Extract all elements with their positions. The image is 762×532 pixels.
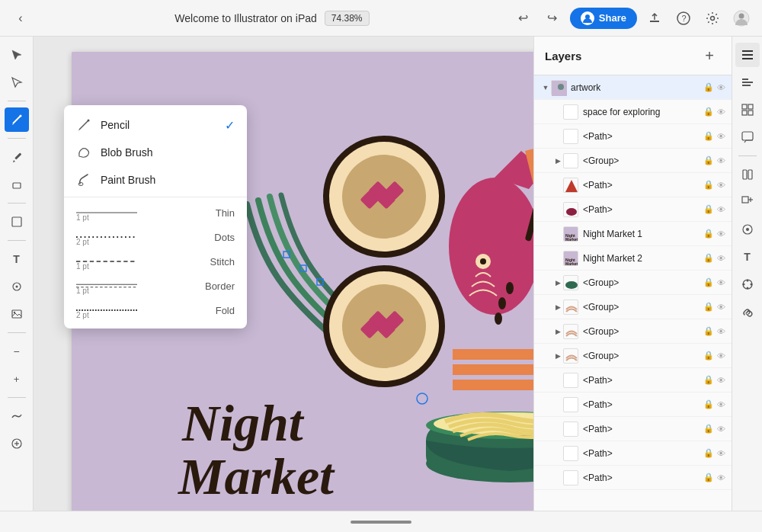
layer-eye-icon[interactable]: 👁 (717, 303, 725, 312)
layer-lock-icon[interactable]: 🔒 (703, 424, 714, 434)
transform-tool-button[interactable] (5, 274, 29, 299)
text-styles-panel-button[interactable]: T (735, 245, 760, 269)
help-button[interactable]: ? (672, 7, 695, 30)
layer-row[interactable]: <Path> 🔒 👁 (534, 197, 732, 222)
layer-expand-icon[interactable]: ▶ (552, 351, 563, 361)
layer-expand-icon[interactable]: ▼ (540, 82, 551, 93)
brush-item-blob[interactable]: Blob Brush (64, 139, 247, 166)
pencil-tool-button[interactable] (5, 145, 29, 169)
draw-tool-button[interactable] (5, 107, 29, 132)
back-button[interactable]: ‹ (9, 7, 32, 30)
layer-expand-icon[interactable]: ▶ (552, 155, 563, 166)
zoom-level[interactable]: 74.38% (325, 11, 370, 26)
camera-panel-button[interactable] (735, 217, 760, 242)
type-tool-button[interactable]: T (5, 247, 29, 271)
add-layer-button[interactable]: + (698, 44, 721, 67)
layer-eye-icon[interactable]: 👁 (717, 425, 725, 434)
layer-eye-icon[interactable]: 👁 (717, 107, 725, 117)
layer-lock-icon[interactable]: 🔒 (703, 277, 714, 287)
layer-expand-icon[interactable]: ▶ (552, 326, 563, 337)
layer-lock-icon[interactable]: 🔒 (703, 473, 714, 482)
layers-panel-button[interactable] (735, 43, 760, 67)
image-tool-button[interactable] (5, 302, 29, 326)
layer-lock-icon[interactable]: 🔒 (703, 82, 714, 92)
stroke-option-fold[interactable]: 2 pt Fold (64, 298, 247, 322)
layer-eye-icon[interactable]: 👁 (717, 449, 725, 458)
layer-expand-icon[interactable]: ▶ (552, 302, 563, 312)
links-panel-button[interactable] (735, 300, 760, 324)
layer-lock-icon[interactable]: 🔒 (703, 204, 714, 214)
layer-row[interactable]: ▶ <Group> 🔒 👁 (534, 319, 732, 344)
zoom-in-button[interactable]: + (5, 367, 29, 391)
export-button[interactable] (643, 7, 666, 30)
stroke-option-border[interactable]: 1 pt Border (64, 274, 247, 298)
zoom-out-button[interactable]: − (5, 339, 29, 364)
puppet-warp-panel-button[interactable] (735, 272, 760, 296)
layer-row[interactable]: ▼ artwork 🔒 👁 (534, 75, 732, 100)
layer-row[interactable]: ▶ <Group> 🔒 👁 (534, 271, 732, 295)
layer-eye-icon[interactable]: 👁 (717, 229, 725, 239)
layer-eye-icon[interactable]: 👁 (717, 132, 725, 141)
layer-lock-icon[interactable]: 🔒 (703, 351, 714, 361)
layer-lock-icon[interactable]: 🔒 (703, 448, 714, 458)
canvas-area[interactable]: Night Market Pencil ✓ Blob Brush (34, 37, 533, 511)
layer-eye-icon[interactable]: 👁 (717, 376, 725, 385)
comments-panel-button[interactable] (735, 125, 760, 149)
shape-tool-button[interactable] (5, 210, 29, 234)
direct-select-tool-button[interactable] (5, 70, 29, 95)
layer-eye-icon[interactable]: 👁 (717, 254, 725, 263)
brush-item-pencil[interactable]: Pencil ✓ (64, 111, 247, 139)
layer-lock-icon[interactable]: 🔒 (703, 375, 714, 385)
layer-row[interactable]: ▶ <Group> 🔒 👁 (534, 295, 732, 319)
stroke-option-stitch[interactable]: 1 pt Stitch (64, 249, 247, 274)
layer-row[interactable]: ▶ <Group> 🔒 👁 (534, 149, 732, 173)
layer-lock-icon[interactable]: 🔒 (703, 229, 714, 239)
redo-button[interactable]: ↪ (541, 7, 564, 30)
layer-row[interactable]: space for exploring 🔒 👁 (534, 100, 732, 124)
layer-expand-icon[interactable]: ▶ (552, 277, 563, 288)
layer-row[interactable]: <Path> 🔒 👁 (534, 173, 732, 197)
layer-row[interactable]: <Path> 🔒 👁 (534, 417, 732, 441)
select-tool-button[interactable] (5, 43, 29, 67)
artboards-panel-button[interactable] (735, 98, 760, 122)
libraries-panel-button[interactable] (735, 162, 760, 187)
layer-row[interactable]: <Path> 🔒 👁 (534, 441, 732, 466)
layer-row[interactable]: ▶ <Group> 🔒 👁 (534, 344, 732, 368)
layer-eye-icon[interactable]: 👁 (717, 327, 725, 336)
layer-row[interactable]: <Path> 🔒 👁 (534, 124, 732, 149)
layer-row[interactable]: <Path> 🔒 👁 (534, 466, 732, 490)
layer-row[interactable]: <Path> 🔒 👁 (534, 368, 732, 393)
transform-panel-button[interactable] (735, 190, 760, 214)
layer-row[interactable]: NightMarket Night Market 2 🔒 👁 (534, 246, 732, 271)
share-button[interactable]: Share (570, 8, 637, 29)
layer-eye-icon[interactable]: 👁 (717, 205, 725, 214)
layer-lock-icon[interactable]: 🔒 (703, 399, 714, 409)
layer-row[interactable]: NightMarket Night Market 1 🔒 👁 (534, 222, 732, 246)
properties-panel-button[interactable] (735, 70, 760, 95)
layer-eye-icon[interactable]: 👁 (717, 400, 725, 409)
profile-button[interactable] (730, 7, 753, 30)
layer-lock-icon[interactable]: 🔒 (703, 131, 714, 141)
layer-eye-icon[interactable]: 👁 (717, 473, 725, 482)
layer-eye-icon[interactable]: 👁 (717, 83, 725, 92)
layer-lock-icon[interactable]: 🔒 (703, 180, 714, 190)
layer-lock-icon[interactable]: 🔒 (703, 326, 714, 336)
undo-button[interactable]: ↩ (512, 7, 535, 30)
stroke-option-dots[interactable]: 2 pt Dots (64, 225, 247, 249)
brush-item-paint[interactable]: Paint Brush (64, 166, 247, 194)
stroke-option-thin[interactable]: 1 pt Thin (64, 200, 247, 225)
layer-eye-icon[interactable]: 👁 (717, 351, 725, 361)
layer-row[interactable]: <Path> 🔒 👁 (534, 393, 732, 417)
bottom-handle[interactable] (351, 521, 411, 524)
settings-button[interactable] (701, 7, 724, 30)
eraser-tool-button[interactable] (5, 172, 29, 197)
layer-eye-icon[interactable]: 👁 (717, 278, 725, 287)
layer-lock-icon[interactable]: 🔒 (703, 107, 714, 117)
layer-lock-icon[interactable]: 🔒 (703, 155, 714, 165)
wave-tool-button[interactable] (5, 404, 29, 428)
layer-eye-icon[interactable]: 👁 (717, 156, 725, 165)
layer-lock-icon[interactable]: 🔒 (703, 253, 714, 263)
more-tools-button[interactable] (5, 431, 29, 456)
layer-lock-icon[interactable]: 🔒 (703, 302, 714, 312)
layer-eye-icon[interactable]: 👁 (717, 181, 725, 190)
